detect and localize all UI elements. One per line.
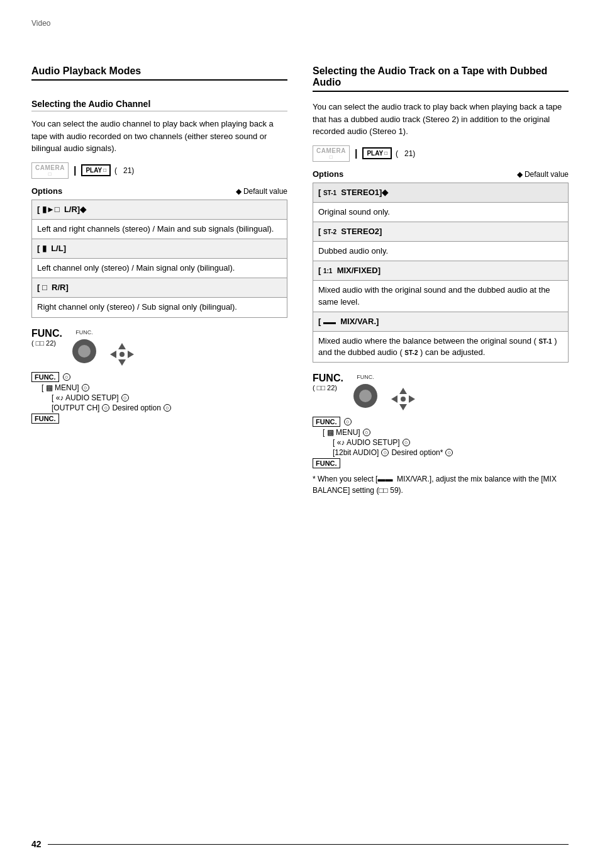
arrow-circle-3-right: ○ [403, 439, 410, 446]
arrow-circle-5-left: ○ [164, 404, 171, 412]
right-dpad [387, 385, 419, 413]
func-box-left: FUNC. [31, 372, 59, 382]
right-dpad-up-icon [399, 388, 407, 394]
right-func-row: FUNC. ( □□ 22) FUNC. [313, 373, 569, 413]
arrow-circle-2-right: ○ [363, 429, 370, 436]
arrow-circle-5-right: ○ [445, 449, 453, 456]
menu-label-left: [ ▩ MENU] [42, 383, 79, 392]
func-box-right: FUNC. [313, 417, 340, 427]
camera-button-left: CAMERA □ [31, 162, 69, 179]
option-body-r1: Original sound only. [313, 202, 569, 222]
audio-setup-label-left: [ «♪ AUDIO SETUP] [52, 393, 119, 402]
table-row: [ □ R/R] [32, 278, 287, 298]
page: Video Audio Playback Modes Selecting the… [0, 0, 600, 868]
func-step-audio-setup-left: [ «♪ AUDIO SETUP] ○ [52, 393, 287, 402]
left-default-label: ◆ Default value [236, 187, 287, 196]
left-func-label: FUNC. ( □□ 22) [31, 328, 62, 347]
menu-label-right: [ ▩ MENU] [323, 428, 360, 437]
desired-option-label-left: Desired option [112, 403, 160, 412]
option-header-r3: [ 1:1 MIX/FIXED] [313, 261, 569, 281]
left-func-row: FUNC. ( □□ 22) FUNC. [31, 328, 287, 368]
arrow-circle-4-right: ○ [381, 449, 389, 456]
option-header-1: [ ▮►□ L/R]◆ [32, 200, 287, 219]
left-dpad [106, 341, 138, 368]
left-column: Audio Playback Modes Selecting the Audio… [31, 65, 287, 504]
play-button-right: PLAY □ [362, 147, 392, 159]
arrow-circle-1-left: ○ [63, 373, 70, 381]
dpad-up-icon [118, 343, 126, 349]
right-func-label: FUNC. ( □□ 22) [313, 373, 343, 392]
page-category: Video [31, 19, 569, 28]
table-row: Mixed audio where the balance between th… [313, 332, 569, 363]
option-header-label-r3: [ 1:1 MIX/FIXED] [318, 266, 381, 275]
left-func-steps: FUNC. ○ [ ▩ MENU] ○ [ «♪ AUDIO SETUP] ○ … [31, 372, 287, 424]
left-func-dpad-label: FUNC. [75, 329, 93, 335]
right-dpad-right-icon [409, 395, 415, 403]
right-func-bold: FUNC. [313, 373, 343, 384]
right-page-ref: ( 21) [396, 149, 415, 158]
arrow-circle-4-left: ○ [102, 404, 109, 412]
right-column: Selecting the Audio Track on a Tape with… [313, 65, 569, 504]
table-row: Dubbed audio only. [313, 242, 569, 261]
option-body-r2: Dubbed audio only. [313, 242, 569, 261]
right-options-table: [ ST-1 STEREO1]◆ Original sound only. [ … [313, 183, 569, 363]
option-body-r4: Mixed audio where the balance between th… [313, 332, 569, 363]
right-dpad-center-icon [401, 397, 406, 402]
table-row: [ ▬▬ MIX/VAR.] [313, 312, 569, 331]
right-func-steps: FUNC. ○ [ ▩ MENU] ○ [ «♪ AUDIO SETUP] ○ … [313, 417, 569, 468]
func-step-func-box-right: FUNC. ○ [313, 417, 569, 427]
func-step-audio-setup-right: [ «♪ AUDIO SETUP] ○ [333, 438, 569, 447]
page-number: 42 [31, 839, 42, 849]
table-row: [ ST-1 STEREO1]◆ [313, 183, 569, 202]
right-dpad-down-icon [399, 404, 407, 410]
table-row: [ 1:1 MIX/FIXED] [313, 261, 569, 281]
arrow-circle-1-right: ○ [344, 418, 352, 426]
bottom-rule [48, 844, 569, 845]
right-footnote: * When you select [▬▬ MIX/VAR.], adjust … [313, 473, 569, 496]
func-step-end-box-left: FUNC. [31, 414, 287, 424]
left-options-header: Options ◆ Default value [31, 186, 287, 196]
play-button-left: PLAY □ [81, 164, 111, 176]
option-header-label-r1: [ ST-1 STEREO1]◆ [318, 188, 388, 197]
right-mode-buttons: CAMERA □ | PLAY □ ( 21) [313, 145, 569, 162]
table-row: Left channel only (stereo) / Main signal… [32, 259, 287, 278]
bottom-bar: 42 [0, 839, 600, 849]
left-func-circle-inner [78, 345, 91, 358]
left-func-section: FUNC. ( □□ 22) FUNC. [31, 328, 287, 424]
arrow-circle-3-left: ○ [121, 394, 129, 402]
left-options-table: [ ▮►□ L/R]◆ Left and right channels (ste… [31, 200, 287, 318]
right-body-text: You can select the audio track to play b… [313, 101, 569, 138]
table-row: [ ▮ L/L] [32, 239, 287, 258]
right-default-label: ◆ Default value [517, 170, 569, 179]
option-body-3: Right channel only (stereo) / Sub signal… [32, 298, 287, 317]
option-header-3: [ □ R/R] [32, 278, 287, 298]
func-step-12bit-right: [12bit AUDIO] ○ Desired option* ○ [333, 448, 569, 457]
right-func-circle [353, 384, 377, 408]
output-ch-label-left: [OUTPUT CH] [52, 403, 99, 412]
arrow-circle-2-left: ○ [82, 384, 89, 392]
table-row: Mixed audio with the original sound and … [313, 281, 569, 312]
left-mode-buttons: CAMERA □ | PLAY □ ( 21) [31, 162, 287, 179]
option-header-label-2: [ ▮ L/L] [37, 244, 66, 253]
dpad-left-icon [110, 351, 116, 358]
right-options-header: Options ◆ Default value [313, 169, 569, 179]
option-header-r4: [ ▬▬ MIX/VAR.] [313, 312, 569, 331]
option-header-r1: [ ST-1 STEREO1]◆ [313, 183, 569, 202]
option-header-label-r4: [ ▬▬ MIX/VAR.] [318, 317, 379, 326]
right-func-circle-inner [359, 390, 372, 402]
option-header-label-r2: [ ST-2 STEREO2] [318, 227, 382, 236]
audio-setup-label-right: [ «♪ AUDIO SETUP] [333, 438, 400, 447]
left-func-bold: FUNC. [31, 328, 62, 339]
desired-option-label-right: Desired option* [391, 448, 443, 457]
option-header-2: [ ▮ L/L] [32, 239, 287, 258]
func-step-func-box-left: FUNC. ○ [31, 372, 287, 382]
option-body-2: Left channel only (stereo) / Main signal… [32, 259, 287, 278]
table-row: Original sound only. [313, 202, 569, 222]
right-func-dpad-label: FUNC. [357, 374, 374, 380]
func-end-box-left: FUNC. [31, 414, 59, 424]
table-row: [ ▮►□ L/R]◆ [32, 200, 287, 219]
dpad-right-icon [128, 351, 134, 358]
option-header-label-3: [ □ R/R] [37, 283, 69, 292]
content-columns: Audio Playback Modes Selecting the Audio… [31, 65, 569, 504]
left-func-paren: ( □□ 22) [31, 339, 62, 347]
